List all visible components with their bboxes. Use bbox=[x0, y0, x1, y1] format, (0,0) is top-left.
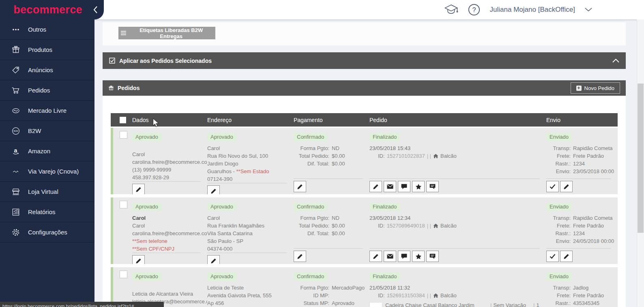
chevron-down-icon[interactable] bbox=[585, 8, 592, 12]
mp-status: Aprovado bbox=[332, 299, 354, 307]
order-date: 23/05/2018 12:34 bbox=[369, 214, 546, 222]
cell-endereco: Aprovado Carol Rua Rio Novo do Sul, 100 … bbox=[207, 128, 294, 194]
customer-email: carolina.freire@becommerce.com.br bbox=[132, 230, 207, 237]
svg-text:B2W: B2W bbox=[14, 130, 18, 132]
user-menu[interactable]: Juliana Mojano [BackOffice] bbox=[490, 6, 575, 14]
mercadolivre-icon bbox=[11, 106, 21, 115]
payment-method: MercadoPago bbox=[332, 284, 365, 292]
sidebar-item-pedidos[interactable]: Pedidos bbox=[0, 80, 94, 101]
order-date: 23/05/2018 15:43 bbox=[369, 144, 546, 152]
sidebar-item-amazon[interactable]: a Amazon bbox=[0, 141, 94, 161]
product-variation: Sem Variação bbox=[493, 302, 526, 307]
cell-dados: Aprovado Carol carolina.freire@becommerc… bbox=[132, 128, 207, 194]
sidebar-item-loja-virtual[interactable]: Loja Virtual bbox=[0, 182, 94, 202]
address-zip: 07124-390 bbox=[207, 175, 294, 183]
home-icon bbox=[433, 293, 438, 298]
edit-order-button[interactable] bbox=[369, 181, 382, 192]
address-recipient: Leticia de Teste bbox=[207, 284, 294, 292]
row-checkbox[interactable] bbox=[120, 131, 127, 139]
edit-payment-button[interactable] bbox=[294, 251, 306, 262]
cell-envio: Enviado Transp:Rapidão Cometa Frete:Fret… bbox=[546, 198, 618, 264]
carrier: Rapidão Cometa bbox=[573, 144, 613, 152]
comment-button[interactable] bbox=[398, 251, 410, 262]
edit-payment-button[interactable] bbox=[294, 181, 306, 192]
favorite-button[interactable] bbox=[412, 251, 425, 262]
pencil-icon bbox=[210, 188, 217, 194]
column-header-pedido[interactable]: Pedido bbox=[369, 113, 546, 127]
column-header-envio[interactable]: Envio bbox=[546, 113, 618, 127]
sidebar-item-label: Configurações bbox=[28, 229, 67, 236]
apply-selected-bar[interactable]: Aplicar aos Pedidos Selecionados bbox=[103, 52, 626, 69]
order-origin: Balcão bbox=[440, 292, 457, 299]
cell-pedido: Finalizado 23/05/2018 12:34 ID: 15270896… bbox=[369, 198, 546, 264]
confirm-shipping-button[interactable] bbox=[546, 181, 559, 192]
edit-data-button[interactable] bbox=[132, 184, 145, 194]
select-all-checkbox[interactable] bbox=[120, 117, 126, 123]
row-checkbox[interactable] bbox=[120, 201, 127, 208]
sidebar-item-mercado-livre[interactable]: Mercado Livre bbox=[0, 101, 94, 121]
chat-bubble-icon bbox=[429, 184, 436, 189]
confirm-shipping-button[interactable] bbox=[546, 251, 559, 262]
customer-email: carolina.freire@becommerce.com.br bbox=[132, 158, 207, 166]
email-button[interactable] bbox=[384, 251, 396, 262]
edit-address-button[interactable] bbox=[207, 255, 220, 264]
sidebar-item-relatorios[interactable]: Relatórios bbox=[0, 202, 94, 222]
edit-shipping-button[interactable] bbox=[560, 181, 573, 192]
comment-button[interactable] bbox=[398, 181, 410, 192]
column-header-endereco[interactable]: Endereço bbox=[207, 113, 294, 127]
chat-button[interactable] bbox=[426, 251, 439, 262]
edit-shipping-button[interactable] bbox=[560, 251, 573, 262]
help-icon[interactable]: ? bbox=[468, 4, 480, 16]
etiquetas-button[interactable]: Etiquetas Liberadas B2W Entregas bbox=[118, 27, 215, 39]
cell-pedido: Finalizado 21/05/2018 11:32 ID: 15269131… bbox=[369, 267, 546, 307]
chart-icon bbox=[11, 208, 21, 217]
carrier: Rapidão Cometa bbox=[573, 214, 613, 222]
address-city: São Paulo - SP bbox=[207, 237, 294, 245]
sidebar-item-configuracoes[interactable]: Configurações bbox=[0, 222, 94, 243]
customer-name: Carol bbox=[132, 150, 207, 158]
gift-icon bbox=[11, 45, 21, 54]
sidebar-nav: Outros Produtos Anúncios bbox=[0, 19, 94, 243]
chat-button[interactable] bbox=[426, 181, 439, 192]
sidebar-collapse-icon[interactable] bbox=[93, 6, 98, 13]
amazon-icon: a bbox=[11, 147, 21, 156]
pencil-icon bbox=[373, 184, 379, 190]
scrollbar-thumb[interactable] bbox=[638, 84, 644, 233]
column-header-pagamento[interactable]: Pagamento bbox=[294, 113, 369, 127]
apply-selected-label: Aplicar aos Pedidos Selecionados bbox=[119, 58, 212, 64]
table-header-row: Dados Endereço Pagamento Pedido Envio bbox=[111, 113, 618, 127]
sidebar-item-b2w[interactable]: B2W B2W bbox=[0, 121, 94, 141]
edit-address-button[interactable] bbox=[207, 185, 220, 194]
academy-icon[interactable] bbox=[444, 4, 458, 16]
sidebar-item-via-varejo[interactable]: Via Varejo (Cnova) bbox=[0, 161, 94, 182]
freight: Frete Padrão bbox=[573, 292, 604, 299]
status-badge: Finalizado bbox=[369, 273, 400, 281]
chevron-up-icon[interactable] bbox=[612, 59, 619, 63]
sidebar-item-outros[interactable]: Outros bbox=[0, 19, 94, 40]
page: ? Juliana Mojano [BackOffice] becommerce… bbox=[0, 0, 644, 307]
cell-envio: Enviado Transp:Jadlog Frete:Frete Padrão… bbox=[546, 267, 618, 307]
chat-bubble-icon bbox=[429, 253, 436, 259]
new-order-button[interactable]: Novo Pedido bbox=[571, 82, 620, 94]
vertical-scrollbar bbox=[637, 19, 644, 307]
envelope-icon bbox=[387, 253, 393, 259]
favorite-button[interactable] bbox=[412, 181, 425, 192]
row-checkbox[interactable] bbox=[120, 271, 127, 278]
status-badge: Aprovado bbox=[207, 133, 236, 141]
address-district: Jardim Diogo bbox=[207, 160, 294, 167]
speech-bubble-icon bbox=[401, 253, 407, 259]
edit-data-button[interactable] bbox=[132, 255, 145, 264]
customer-document: 458.397.928-29 bbox=[132, 174, 207, 181]
email-button[interactable] bbox=[384, 181, 396, 192]
order-id: 1527089649018 bbox=[387, 222, 425, 230]
sidebar-item-produtos[interactable]: Produtos bbox=[0, 40, 94, 60]
sidebar-item-label: Pedidos bbox=[28, 87, 50, 94]
edit-order-button[interactable] bbox=[369, 251, 382, 262]
status-badge: Confirmado bbox=[294, 203, 327, 211]
total-diff: $0.00 bbox=[332, 230, 345, 237]
status-badge: Confirmado bbox=[294, 133, 327, 141]
orders-table: Dados Endereço Pagamento Pedido Envio Ap… bbox=[111, 113, 618, 307]
sidebar-item-anuncios[interactable]: Anúncios bbox=[0, 60, 94, 80]
column-header-dados[interactable]: Dados bbox=[132, 113, 207, 127]
freight: Frete Padrão bbox=[573, 152, 604, 160]
